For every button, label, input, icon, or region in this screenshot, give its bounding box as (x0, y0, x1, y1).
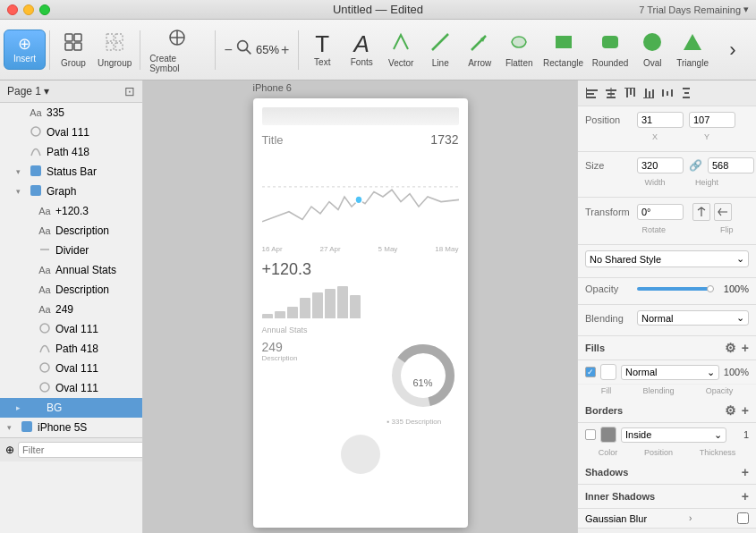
blending-dropdown[interactable]: Normal ⌄ (637, 310, 749, 326)
zoom-plus-icon[interactable]: + (281, 42, 289, 58)
size-w-input[interactable] (637, 157, 684, 173)
layer-icon (29, 145, 43, 160)
align-bottom-button[interactable] (640, 84, 658, 102)
layer-icon: Aa (29, 107, 43, 118)
traffic-lights (7, 4, 50, 15)
transform-row: Transform (585, 203, 749, 221)
text-button[interactable]: T Text (302, 29, 342, 71)
create-symbol-button[interactable]: Create Symbol (144, 23, 211, 77)
fonts-button[interactable]: A Fonts (342, 29, 381, 71)
expand-arrow[interactable]: ▾ (16, 167, 25, 176)
distribute-h-button[interactable] (658, 84, 676, 102)
shared-style-dropdown[interactable]: No Shared Style ⌄ (585, 250, 749, 267)
main-layout: Page 1 ▾ ⊡ Aa335Oval 111Path 418▾Status … (0, 80, 756, 533)
maximize-button[interactable] (39, 4, 50, 15)
border-color-swatch[interactable] (600, 427, 616, 443)
sidebar-item-9[interactable]: AaDescription (0, 280, 142, 300)
distribute-v-button[interactable] (677, 84, 695, 102)
chevron-down-icon[interactable]: ▾ (743, 4, 749, 15)
line-button[interactable]: Line (420, 28, 460, 72)
rotate-input[interactable] (637, 204, 684, 220)
minimize-button[interactable] (23, 4, 34, 15)
sidebar-item-15[interactable]: ▸BG (0, 398, 142, 418)
sidebar-item-11[interactable]: Oval 111 (0, 319, 142, 339)
vector-button[interactable]: Vector (381, 28, 420, 72)
sidebar-item-14[interactable]: Oval 111 (0, 378, 142, 398)
make-export-button[interactable]: Make Export (578, 528, 756, 533)
pos-y-input[interactable] (689, 112, 735, 128)
sidebar-item-12[interactable]: Path 418 (0, 339, 142, 359)
flip-h-button[interactable] (692, 203, 710, 221)
annual-desc: Description (262, 354, 298, 362)
sidebar-item-6[interactable]: AaDescription (0, 221, 142, 241)
sidebar-item-1[interactable]: Oval 111 (0, 123, 142, 142)
svg-point-20 (40, 324, 49, 333)
fill-checkbox[interactable] (585, 367, 596, 377)
fill-color-swatch[interactable] (600, 364, 616, 380)
layer-name: Description (55, 283, 137, 296)
zoom-control[interactable]: − 65% + (219, 34, 295, 66)
canvas-area[interactable]: iPhone 6 Title 1732 (143, 80, 577, 533)
sidebar-toggle-button[interactable]: ⊡ (124, 84, 135, 98)
fills-settings-button[interactable]: ⚙ (725, 341, 736, 355)
align-left-button[interactable] (583, 84, 601, 102)
flatten-button[interactable]: Flatten (499, 28, 539, 72)
layer-name: Oval 111 (47, 126, 137, 139)
sidebar-item-10[interactable]: Aa249 (0, 300, 142, 319)
svg-rect-47 (671, 89, 673, 97)
zoom-minus-icon[interactable]: − (225, 42, 233, 58)
borders-add-button[interactable]: + (742, 403, 749, 418)
expand-arrow[interactable]: ▸ (16, 403, 25, 412)
align-center-button[interactable] (602, 84, 620, 102)
fill-blending-dropdown[interactable]: Normal ⌄ (621, 365, 719, 380)
lock-icon[interactable]: 🔗 (689, 159, 702, 172)
triangle-button[interactable]: Triangle (672, 28, 713, 72)
layer-icon: Aa (38, 304, 52, 315)
border-checkbox[interactable] (585, 429, 596, 440)
filter-input[interactable] (18, 442, 143, 458)
rectangle-icon (553, 31, 574, 56)
gaussian-blur-row[interactable]: Gaussian Blur › (578, 509, 756, 528)
sidebar-item-4[interactable]: ▾Graph (0, 182, 142, 201)
shadows-add-button[interactable]: + (742, 465, 749, 479)
svg-rect-24 (21, 421, 32, 432)
more-tools-button[interactable]: › (713, 37, 752, 63)
sidebar-item-7[interactable]: Divider (0, 241, 142, 260)
group-button[interactable]: Group (54, 28, 93, 72)
expand-arrow[interactable]: ▾ (7, 423, 16, 432)
iphone-frame: Title 1732 16 (253, 98, 468, 528)
opacity-thumb[interactable] (707, 285, 714, 292)
rounded-button[interactable]: Rounded (588, 28, 633, 72)
layer-icon (38, 243, 52, 258)
gaussian-blur-checkbox[interactable] (737, 512, 749, 524)
inner-shadows-add-button[interactable]: + (742, 489, 749, 503)
insert-button[interactable]: ⊕ Insert (4, 30, 46, 70)
sidebar-item-13[interactable]: Oval 111 (0, 359, 142, 378)
expand-arrow[interactable]: ▾ (16, 187, 25, 196)
size-h-input[interactable] (708, 157, 754, 173)
rectangle-button[interactable]: Rectangle (539, 28, 588, 72)
chart-axis: 16 Apr 27 Apr 5 May 18 May (262, 245, 459, 253)
sidebar-item-5[interactable]: Aa+120.3 (0, 201, 142, 221)
ungroup-button[interactable]: Ungroup (93, 28, 136, 72)
sidebar-item-16[interactable]: ▾iPhone 5S (0, 418, 142, 437)
opacity-slider[interactable] (637, 287, 713, 291)
right-panel: Position X Y Size 🔗 Width (577, 80, 756, 533)
arrow-button[interactable]: Arrow (460, 28, 499, 72)
sidebar-item-3[interactable]: ▾Status Bar (0, 162, 142, 182)
page-indicator[interactable]: Page 1 ▾ (7, 85, 49, 97)
sidebar-item-8[interactable]: AaAnnual Stats (0, 260, 142, 280)
pos-x-input[interactable] (637, 112, 684, 128)
borders-settings-button[interactable]: ⚙ (725, 403, 736, 418)
arrow-icon (469, 31, 490, 56)
oval-button[interactable]: Oval (633, 28, 672, 72)
bar (287, 307, 298, 318)
flip-v-button[interactable] (714, 203, 732, 221)
sidebar-item-0[interactable]: Aa335 (0, 103, 142, 123)
svg-rect-1 (74, 34, 81, 41)
fills-add-button[interactable]: + (742, 341, 749, 355)
close-button[interactable] (7, 4, 18, 15)
sidebar-item-2[interactable]: Path 418 (0, 142, 142, 162)
border-position-dropdown[interactable]: Inside ⌄ (621, 427, 726, 443)
align-top-button[interactable] (621, 84, 639, 102)
